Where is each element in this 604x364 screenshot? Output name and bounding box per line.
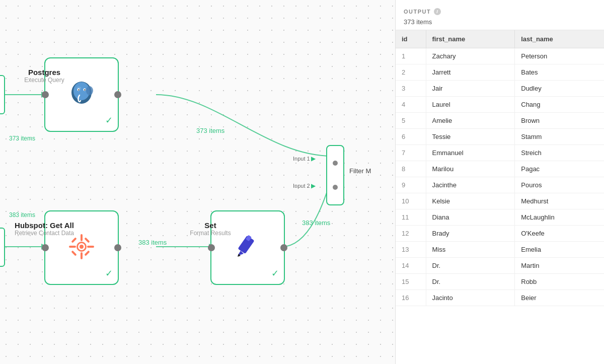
- cell-first-name: Jair: [426, 81, 515, 97]
- svg-rect-21: [84, 250, 90, 256]
- cell-id: 12: [396, 226, 426, 242]
- cell-first-name: Jarrett: [426, 64, 515, 81]
- input1-label-group: Input 1 ▶: [293, 155, 316, 162]
- table-row: 6TessieStamm: [396, 129, 604, 145]
- svg-point-10: [84, 89, 85, 90]
- cell-id: 7: [396, 145, 426, 161]
- set-items-label: 383 items: [302, 219, 330, 227]
- left-label-bottom: 383 items: [9, 211, 35, 219]
- cell-id: 3: [396, 81, 426, 97]
- input2-label: Input 2: [293, 183, 310, 189]
- svg-rect-18: [71, 237, 77, 243]
- left-label-top: 373 items: [9, 135, 35, 142]
- cell-last-name: Beier: [515, 290, 604, 306]
- info-icon[interactable]: i: [434, 8, 441, 15]
- cell-id: 11: [396, 209, 426, 226]
- cell-first-name: Marilou: [426, 161, 515, 177]
- col-last-name: last_name: [515, 30, 604, 48]
- table-row: 12BradyO'Keefe: [396, 226, 604, 242]
- hubspot-title: Hubspot: Get All: [15, 221, 74, 230]
- set-input-connector[interactable]: [208, 244, 215, 251]
- output-table: id first_name last_name 1ZacharyPeterson…: [396, 30, 604, 306]
- table-row: 9JacinthePouros: [396, 177, 604, 193]
- input1-arrow: ▶: [311, 155, 316, 162]
- postgres-items-label: 373 items: [196, 127, 224, 134]
- filter-port-2[interactable]: [333, 185, 338, 190]
- svg-rect-15: [81, 252, 83, 259]
- cell-first-name: Diana: [426, 209, 515, 226]
- output-panel: OUTPUT i 373 items id first_name last_na…: [395, 0, 604, 364]
- cell-last-name: Stamm: [515, 129, 604, 145]
- cell-first-name: Amelie: [426, 113, 515, 129]
- cell-last-name: O'Keefe: [515, 226, 604, 242]
- table-body: 1ZacharyPeterson2JarrettBates3JairDudley…: [396, 48, 604, 306]
- cell-first-name: Zachary: [426, 48, 515, 64]
- table-row: 8MarilouPagac: [396, 161, 604, 177]
- output-count: 373 items: [404, 18, 596, 26]
- cell-id: 5: [396, 113, 426, 129]
- cell-id: 2: [396, 64, 426, 81]
- cell-first-name: Emmanuel: [426, 145, 515, 161]
- postgres-input-connector[interactable]: [42, 91, 49, 98]
- cell-first-name: Dr.: [426, 258, 515, 274]
- output-table-container[interactable]: id first_name last_name 1ZacharyPeterson…: [396, 30, 604, 364]
- hubspot-input-connector[interactable]: [42, 244, 49, 251]
- cell-id: 13: [396, 242, 426, 258]
- table-row: 7EmmanuelStreich: [396, 145, 604, 161]
- cell-last-name: Medhurst: [515, 193, 604, 209]
- hubspot-subtitle: Retrieve Contact Data: [15, 230, 74, 237]
- hubspot-output-connector[interactable]: [114, 244, 121, 251]
- cell-first-name: Brady: [426, 226, 515, 242]
- cell-id: 6: [396, 129, 426, 145]
- postgres-output-connector[interactable]: [114, 91, 121, 98]
- cell-id: 16: [396, 290, 426, 306]
- cell-id: 4: [396, 97, 426, 113]
- info-icon-text: i: [436, 9, 438, 14]
- cell-id: 9: [396, 177, 426, 193]
- filter-node-group: Input 1 ▶ Input 2 ▶ Filter M: [326, 145, 344, 205]
- hubspot-checkmark: ✓: [105, 268, 113, 279]
- left-partial-node-top: [0, 75, 5, 114]
- cell-id: 8: [396, 161, 426, 177]
- filter-port-1[interactable]: [333, 161, 338, 166]
- workflow-canvas[interactable]: 373 items 383 items: [0, 0, 395, 364]
- postgres-label: Postgres Execute Query: [24, 68, 64, 84]
- cell-last-name: Dudley: [515, 81, 604, 97]
- col-first-name: first_name: [426, 30, 515, 48]
- svg-rect-17: [87, 246, 94, 248]
- filter-node[interactable]: Input 1 ▶ Input 2 ▶: [326, 145, 344, 205]
- svg-rect-19: [84, 237, 90, 243]
- set-subtitle: Format Results: [190, 230, 231, 237]
- cell-first-name: Tessie: [426, 129, 515, 145]
- set-icon: [232, 231, 264, 263]
- cell-last-name: Pouros: [515, 177, 604, 193]
- cell-last-name: Emelia: [515, 242, 604, 258]
- table-row: 13MissEmelia: [396, 242, 604, 258]
- cell-first-name: Kelsie: [426, 193, 515, 209]
- cell-first-name: Dr.: [426, 274, 515, 290]
- table-head: id first_name last_name: [396, 30, 604, 48]
- table-row: 11DianaMcLaughlin: [396, 209, 604, 226]
- input2-arrow: ▶: [311, 182, 316, 189]
- set-output-connector[interactable]: [280, 244, 287, 251]
- svg-point-12: [77, 87, 81, 90]
- table-row: 5AmelieBrown: [396, 113, 604, 129]
- output-header: OUTPUT i 373 items: [396, 0, 604, 30]
- table-header-row: id first_name last_name: [396, 30, 604, 48]
- cell-first-name: Laurel: [426, 97, 515, 113]
- output-title-text: OUTPUT: [404, 9, 431, 15]
- cell-last-name: Robb: [515, 274, 604, 290]
- input1-label: Input 1: [293, 156, 310, 162]
- cell-last-name: Peterson: [515, 48, 604, 64]
- cell-id: 1: [396, 48, 426, 64]
- postgres-title: Postgres: [24, 68, 64, 77]
- hubspot-items-label: 383 items: [138, 239, 167, 246]
- set-label: Set Format Results: [190, 221, 231, 237]
- table-row: 3JairDudley: [396, 81, 604, 97]
- set-checkmark: ✓: [271, 268, 279, 279]
- cell-id: 15: [396, 274, 426, 290]
- cell-first-name: Jacinthe: [426, 177, 515, 193]
- cell-last-name: McLaughlin: [515, 209, 604, 226]
- cell-last-name: Martin: [515, 258, 604, 274]
- postgres-icon: [65, 78, 98, 110]
